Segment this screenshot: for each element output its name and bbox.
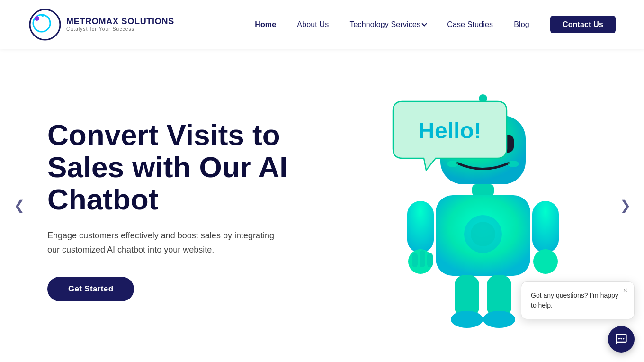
svg-point-31 bbox=[451, 311, 483, 328]
nav-item-contact[interactable]: Contact Us bbox=[550, 20, 616, 29]
svg-rect-24 bbox=[412, 253, 418, 267]
nav-link-contact[interactable]: Contact Us bbox=[550, 16, 616, 33]
svg-point-0 bbox=[30, 9, 60, 40]
svg-text:Hello!: Hello! bbox=[418, 118, 481, 143]
hero-content: Convert Visits to Sales with Our AI Chat… bbox=[47, 119, 288, 302]
nav-item-tech[interactable]: Technology Services bbox=[349, 20, 426, 29]
carousel-prev-button[interactable]: ❮ bbox=[9, 195, 29, 216]
logo-text: METROMAX SOLUTIONS Catalyst for Your Suc… bbox=[66, 17, 174, 32]
nav-item-case[interactable]: Case Studies bbox=[447, 20, 493, 29]
chat-popup-close-button[interactable]: × bbox=[623, 287, 627, 294]
svg-rect-25 bbox=[420, 250, 425, 267]
chat-popup-message: Got any questions? I'm happy to help. bbox=[531, 290, 625, 310]
logo-icon bbox=[28, 8, 62, 41]
chat-popup: × Got any questions? I'm happy to help. bbox=[521, 281, 635, 319]
nav-link-about[interactable]: About Us bbox=[297, 20, 329, 28]
chat-bubble-button[interactable] bbox=[608, 326, 635, 353]
nav-item-about[interactable]: About Us bbox=[297, 20, 329, 29]
svg-point-28 bbox=[533, 249, 558, 274]
get-started-button[interactable]: Get Started bbox=[47, 277, 134, 301]
svg-rect-27 bbox=[532, 201, 559, 253]
nav-link-blog[interactable]: Blog bbox=[514, 20, 529, 28]
svg-rect-18 bbox=[472, 184, 494, 196]
svg-point-17 bbox=[508, 161, 519, 167]
nav-link-home[interactable]: Home bbox=[255, 20, 276, 28]
chevron-down-icon bbox=[422, 21, 427, 26]
svg-point-3 bbox=[35, 16, 39, 21]
nav-link-tech[interactable]: Technology Services bbox=[349, 20, 420, 29]
nav-item-home[interactable]: Home bbox=[255, 20, 276, 29]
svg-point-16 bbox=[447, 161, 458, 167]
chat-icon bbox=[615, 333, 628, 346]
nav-links: Home About Us Technology Services Case S… bbox=[255, 20, 616, 29]
svg-point-34 bbox=[618, 338, 620, 340]
carousel-next-button[interactable]: ❯ bbox=[615, 195, 635, 216]
nav-item-blog[interactable]: Blog bbox=[514, 20, 529, 29]
hero-description: Engage customers effectively and boost s… bbox=[47, 229, 275, 257]
svg-point-21 bbox=[471, 222, 495, 246]
nav-link-case[interactable]: Case Studies bbox=[447, 20, 493, 28]
logo[interactable]: METROMAX SOLUTIONS Catalyst for Your Suc… bbox=[28, 8, 174, 41]
hero-title: Convert Visits to Sales with Our AI Chat… bbox=[47, 119, 288, 216]
svg-point-35 bbox=[620, 338, 622, 340]
svg-point-4 bbox=[41, 14, 44, 17]
navbar: METROMAX SOLUTIONS Catalyst for Your Suc… bbox=[0, 0, 644, 49]
svg-point-32 bbox=[483, 311, 515, 328]
svg-rect-22 bbox=[407, 201, 434, 253]
svg-rect-26 bbox=[427, 253, 433, 267]
svg-point-36 bbox=[623, 338, 625, 340]
